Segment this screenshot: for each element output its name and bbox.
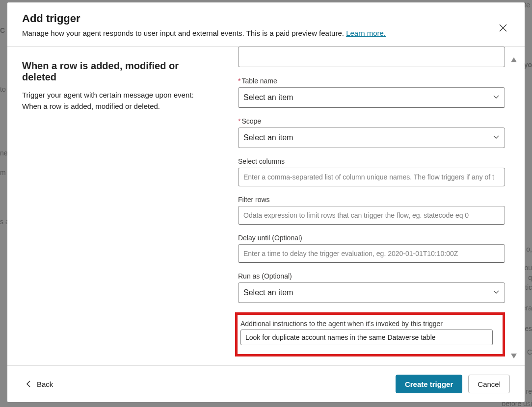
table-name-select[interactable]: Select an item xyxy=(238,87,505,108)
modal-body: When a row is added, modified or deleted… xyxy=(7,47,525,365)
filter-rows-group: Filter rows xyxy=(238,196,505,225)
back-button[interactable]: Back xyxy=(22,377,57,391)
chevron-down-icon xyxy=(493,133,500,142)
scroll-up-icon xyxy=(511,57,517,62)
run-as-label: Run as (Optional) xyxy=(238,272,505,280)
bg-text: to xyxy=(0,85,6,93)
scroll-down-arrow[interactable] xyxy=(511,352,517,360)
cancel-button[interactable]: Cancel xyxy=(468,375,510,393)
subtitle-text: Manage how your agent responds to user i… xyxy=(22,29,346,37)
bg-text: m xyxy=(0,169,6,177)
bg-text: tic xyxy=(525,283,532,291)
create-trigger-button[interactable]: Create trigger xyxy=(396,375,462,393)
chevron-left-icon xyxy=(26,380,31,388)
scroll-down-icon xyxy=(511,354,517,358)
previous-field-stub[interactable] xyxy=(238,47,505,67)
close-icon xyxy=(499,24,507,32)
chevron-down-icon xyxy=(493,93,500,102)
select-columns-label: Select columns xyxy=(238,157,505,165)
scroll-up-arrow[interactable] xyxy=(511,55,517,64)
scope-label: *Scope xyxy=(238,117,505,125)
back-label: Back xyxy=(37,380,53,388)
scope-value: Select an item xyxy=(243,133,293,142)
bg-text: re xyxy=(526,387,532,395)
learn-more-link[interactable]: Learn more. xyxy=(346,29,386,37)
table-name-group: *Table name Select an item xyxy=(238,77,505,108)
bg-text: yo xyxy=(524,61,532,69)
delay-until-group: Delay until (Optional) xyxy=(238,234,505,263)
run-as-select[interactable]: Select an item xyxy=(238,282,505,303)
additional-instructions-highlight: Additional instructions to the agent whe… xyxy=(235,312,505,356)
close-button[interactable] xyxy=(496,21,510,35)
left-pane: When a row is added, modified or deleted… xyxy=(7,47,218,365)
svg-marker-2 xyxy=(511,57,517,62)
bg-text: te xyxy=(524,1,530,9)
delay-until-label: Delay until (Optional) xyxy=(238,234,505,242)
bg-text: C xyxy=(0,26,5,34)
select-columns-group: Select columns xyxy=(238,157,505,186)
select-columns-input[interactable] xyxy=(238,168,505,186)
form-scroll[interactable]: *Table name Select an item *Scope Select… xyxy=(218,47,515,365)
bg-text: o, xyxy=(526,245,532,253)
modal-footer: Back Create trigger Cancel xyxy=(7,365,525,402)
add-trigger-modal: Add trigger Manage how your agent respon… xyxy=(7,2,525,402)
svg-marker-3 xyxy=(511,354,517,358)
table-name-label: *Table name xyxy=(238,77,505,85)
bg-text: ou xyxy=(524,264,532,272)
additional-instructions-label: Additional instructions to the agent whe… xyxy=(240,320,493,328)
table-name-value: Select an item xyxy=(243,93,293,102)
required-asterisk: * xyxy=(238,77,240,85)
scope-group: *Scope Select an item xyxy=(238,117,505,148)
chevron-down-icon xyxy=(493,288,500,297)
scope-select[interactable]: Select an item xyxy=(238,127,505,148)
delay-until-input[interactable] xyxy=(238,244,505,263)
trigger-description: Trigger your agent with certain message … xyxy=(22,90,204,112)
right-pane: *Table name Select an item *Scope Select… xyxy=(218,47,525,365)
bg-text: q xyxy=(528,274,532,281)
modal-header: Add trigger Manage how your agent respon… xyxy=(7,2,525,47)
additional-instructions-input[interactable] xyxy=(240,330,493,345)
required-asterisk: * xyxy=(238,117,240,125)
bg-text: ne xyxy=(0,149,8,157)
trigger-name: When a row is added, modified or deleted xyxy=(22,60,204,83)
footer-right: Create trigger Cancel xyxy=(396,375,510,393)
modal-subtitle: Manage how your agent responds to user i… xyxy=(22,29,510,37)
run-as-value: Select an item xyxy=(243,288,293,297)
filter-rows-label: Filter rows xyxy=(238,196,505,204)
filter-rows-input[interactable] xyxy=(238,206,505,225)
modal-title: Add trigger xyxy=(22,12,510,25)
run-as-group: Run as (Optional) Select an item xyxy=(238,272,505,303)
